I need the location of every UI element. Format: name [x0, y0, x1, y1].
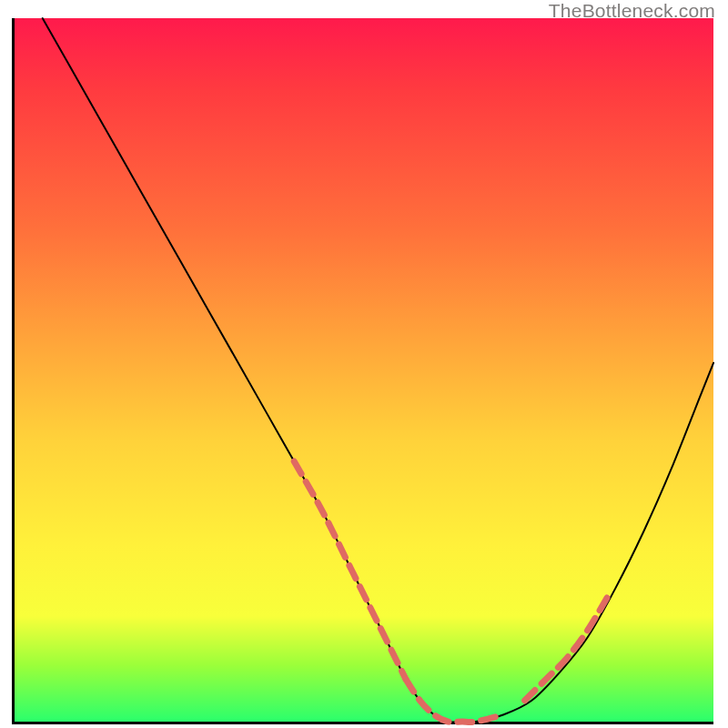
right-ascent-dash	[525, 595, 609, 701]
attribution-text: TheBottleneck.com	[549, 0, 715, 22]
chart-frame: TheBottleneck.com	[0, 0, 728, 728]
plot-area	[12, 18, 713, 724]
valley-dash	[406, 680, 504, 723]
line-layer	[15, 18, 713, 722]
